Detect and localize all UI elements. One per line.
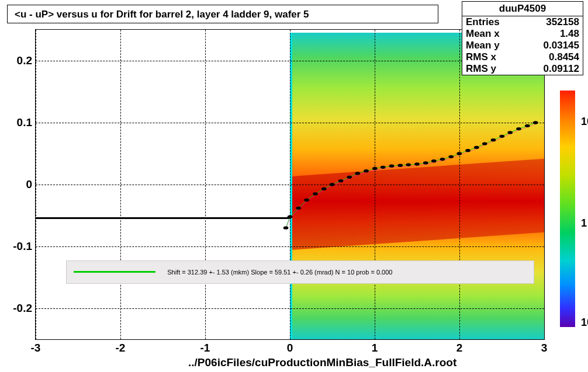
y-tick: 0.1 [17,116,32,129]
x-tick: 0 [287,342,293,354]
colorbar: 10 1 10 [560,91,575,327]
x-tick: 3 [541,342,548,354]
x-tick: 2 [456,342,463,354]
x-tick: -1 [200,342,210,354]
y-tick: -0.2 [13,302,32,315]
gridline-v [375,30,375,339]
colorbar-tick: 10 [581,115,588,127]
chart-title-box: <u - uP> versus u for Drift for barrel 2… [7,5,438,23]
x-tick: -3 [31,342,41,354]
gridline-v [36,30,36,339]
gridline-v [544,30,545,339]
x-tick: 1 [372,342,378,354]
gridline-v [205,30,206,339]
y-tick: 0 [26,178,32,191]
profile-baseline [36,217,291,219]
heatmap-core [290,159,544,250]
colorbar-tick: 10 [581,316,588,328]
stats-row-meany: Mean y 0.03145 [462,40,583,51]
y-tick: 0.2 [17,54,32,67]
stats-name: duuP4509 [462,2,583,16]
stats-label: Mean x [466,28,500,40]
stats-value: 0.03145 [544,40,579,51]
stats-value: 0.09112 [544,63,579,75]
fit-legend-box: Shift = 312.39 +- 1.53 (mkm) Slope = 59.… [66,260,534,284]
stats-value: 1.48 [560,28,579,40]
colorbar-tick: 1 [581,217,587,229]
stats-row-rmsy: RMS y 0.09112 [462,63,583,75]
stats-label: Mean y [466,40,500,51]
stats-value: 0.8454 [549,51,579,63]
gridline-v [120,30,121,339]
legend-line-icon [74,271,155,273]
fit-legend-text: Shift = 312.39 +- 1.53 (mkm) Slope = 59.… [167,269,392,276]
stats-label: RMS x [466,51,496,63]
stats-label: RMS y [466,63,496,75]
stats-row-entries: Entries 352158 [462,16,583,28]
footer-file-path: ../P06icFiles/cuProductionMinBias_FullFi… [188,356,456,369]
svg-point-0 [283,227,289,230]
gridline-v [290,30,290,339]
stats-row-meanx: Mean x 1.48 [462,28,583,40]
stats-label: Entries [466,16,500,28]
stats-box: duuP4509 Entries 352158 Mean x 1.48 Mean… [462,1,583,75]
stats-value: 352158 [546,16,579,28]
plot-area: 0.2 0.1 0 -0.1 -0.2 -3 -2 -1 0 1 2 3 [35,29,545,340]
x-tick: -2 [116,342,126,354]
y-tick: -0.1 [13,240,32,253]
stats-row-rmsx: RMS x 0.8454 [462,51,583,63]
chart-title: <u - uP> versus u for Drift for barrel 2… [15,9,309,20]
gridline-v [459,30,460,339]
heatmap-density [290,33,544,339]
